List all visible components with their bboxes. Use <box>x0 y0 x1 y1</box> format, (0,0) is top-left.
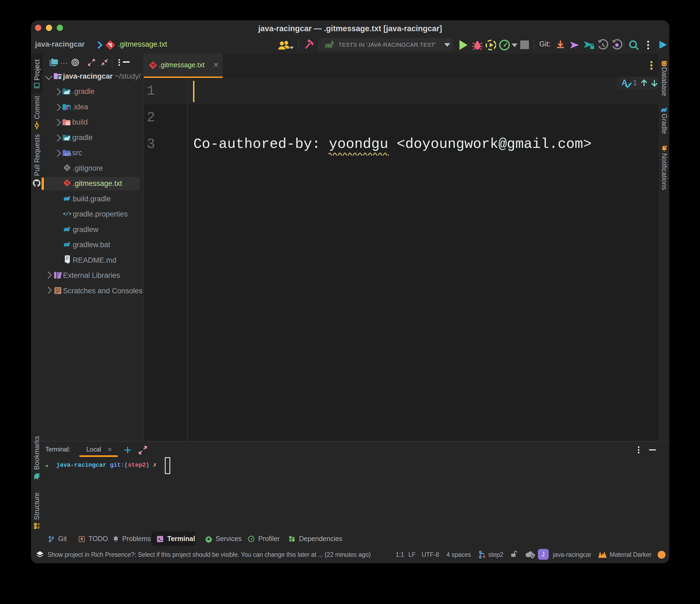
svg-text:</>: </> <box>63 211 71 217</box>
svg-text:?: ? <box>531 551 533 554</box>
svg-text:</>: </> <box>64 153 71 157</box>
